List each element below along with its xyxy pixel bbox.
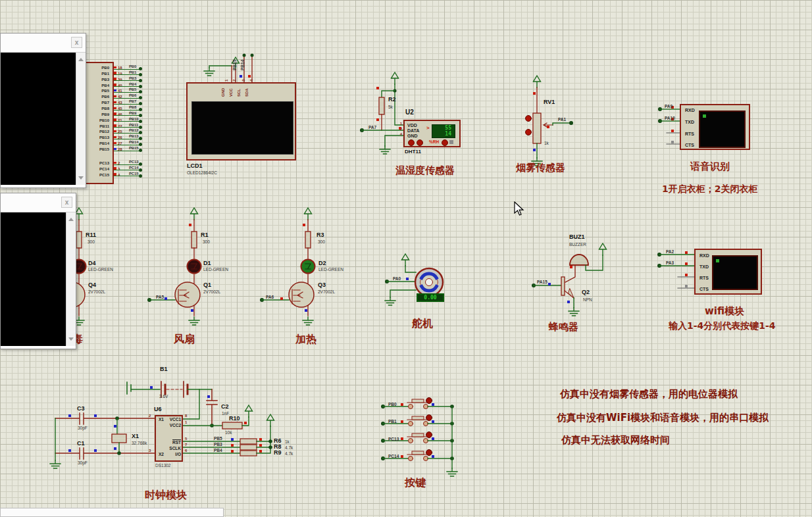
window-scrollbar[interactable] (76, 53, 86, 185)
d1-ref: D1 (203, 260, 211, 266)
pin-net-label: PB14 (129, 140, 139, 144)
smoke-ref: RV1 (544, 99, 555, 105)
r9-value: 4.7k (285, 451, 293, 456)
close-icon[interactable]: x (61, 197, 72, 208)
keys-caption: 按键 (405, 476, 426, 490)
c1-ref: C1 (77, 440, 85, 447)
pin-wire (114, 74, 141, 75)
smoke-value: 1k (544, 141, 549, 145)
pin-wire (114, 92, 141, 93)
wifi-module[interactable]: RXD TXD RTS CTS (694, 249, 762, 295)
oled-pin-gnd: GND (221, 88, 225, 97)
voice-pin-txd: TXD (685, 120, 694, 124)
pin-wire (114, 176, 141, 176)
oled-pin-num: 4 (249, 80, 253, 82)
oled-ref: LCD1 (187, 162, 203, 169)
pin-wire (114, 127, 141, 128)
pin-wire (114, 170, 141, 170)
pin-state-indicator (114, 84, 116, 86)
window-titlebar[interactable]: x (1, 34, 86, 53)
servo-net-label: PA0 (393, 276, 401, 281)
popup-window-2[interactable]: x (0, 193, 76, 349)
voice-pin-rxd: RXD (685, 108, 695, 112)
pin-net-label: PB4 (129, 82, 136, 86)
x1-value: 32.768k (132, 441, 147, 445)
pin-terminal-dot (139, 162, 142, 166)
close-icon[interactable]: x (71, 37, 82, 48)
dht11-sensor[interactable]: VDD DATA GND 55 14 > %RH (403, 120, 461, 147)
dht11-pin-gnd: GND (407, 134, 418, 138)
scroll-down-icon[interactable] (78, 176, 84, 180)
voice-screen (699, 111, 746, 148)
net-pb5: PB5 (214, 436, 222, 441)
u6-pin-rst: RST (163, 440, 181, 445)
r1-ref: R1 (201, 232, 209, 238)
pin-wire (114, 145, 141, 145)
scroll-down-icon[interactable] (68, 337, 74, 341)
pin-state-indicator (114, 112, 116, 115)
pin-net-label: PB6 (129, 93, 136, 97)
dht11-pin-num: 1 (396, 122, 402, 126)
q1-part: 2V7002L (203, 289, 220, 294)
popup-window-1[interactable]: x (0, 33, 86, 188)
ds1302-ic[interactable]: X1 X2 VCC1 VCC2 RST SCLK I/O (155, 415, 183, 462)
oled-pin-sda: SDA (245, 88, 249, 97)
dht11-pin-data: DATA (407, 128, 419, 133)
u6-pin-num: 1 (185, 420, 187, 424)
pin-wire (114, 139, 141, 139)
net-pb3: PB3 (214, 442, 222, 447)
window-scrollbar[interactable] (66, 212, 76, 346)
smoke-caption: 烟雾传感器 (516, 162, 565, 174)
dht11-display: 55 14 (432, 124, 455, 138)
pin-net-label: PB1 (129, 70, 136, 74)
pin-terminal-dot (139, 90, 142, 93)
oled-pin-num: 3 (241, 80, 245, 82)
scroll-up-icon[interactable] (68, 218, 74, 221)
buzzer-part: BUZZER (569, 242, 586, 247)
popup-window-3-edge[interactable] (0, 508, 224, 517)
pin-net-label: PB3 (129, 76, 136, 80)
dht11-adjust-dot[interactable] (408, 139, 415, 146)
u6-pin-io: I/O (163, 452, 181, 456)
q2-part: NPN (583, 297, 592, 302)
pin-wire (114, 164, 141, 165)
wifi-screen (712, 255, 758, 290)
pin-net-label: PB5 (129, 87, 136, 91)
servo-angle-display: 0.00 (417, 293, 444, 302)
pin-terminal-dot (139, 137, 142, 140)
smoke-net-label: PA1 (558, 117, 566, 122)
wifi-net-pa2: PA2 (666, 249, 674, 254)
scroll-up-icon[interactable] (78, 58, 84, 61)
key-row: PC14 (388, 454, 408, 471)
pin-terminal-dot (139, 149, 142, 152)
dht11-adjust-dot[interactable] (417, 139, 423, 146)
dht11-adjust-dot[interactable] (442, 139, 448, 146)
voice-module[interactable]: RXD TXD RTS CTS (680, 104, 750, 150)
servo-angle-value: 0.00 (418, 295, 443, 301)
dht11-rh-label: %RH (429, 139, 439, 144)
dht11-pin-vdd: VDD (407, 123, 417, 128)
key-row: PB1 (388, 419, 408, 436)
q2-ref: Q2 (582, 289, 590, 295)
note-smoke-sim: 仿真中没有烟雾传感器，用的电位器模拟 (560, 388, 738, 401)
channel-fan (147, 208, 201, 325)
window-titlebar[interactable]: x (1, 193, 76, 212)
key-net-label: PC14 (388, 454, 399, 458)
oled-pin-vcc: VCC (229, 88, 233, 97)
wifi-wiring (657, 251, 694, 288)
pin-terminal-dot (139, 120, 142, 123)
dht11-net-label: PA7 (368, 125, 376, 130)
dht11-r2-value: 5k (388, 105, 393, 109)
pin-state-indicator (114, 136, 116, 139)
dht11-ref: U2 (405, 109, 414, 116)
pin-state-indicator (114, 130, 116, 133)
pin-wire (114, 98, 141, 99)
r9-ref: R9 (274, 449, 282, 456)
d4-part: LED-GREEN (88, 267, 113, 272)
pin-wire (114, 69, 141, 70)
pin-wire (114, 133, 141, 134)
clock-caption: 时钟模块 (145, 489, 187, 503)
pin-state-indicator (114, 142, 116, 145)
proteus-schematic-canvas[interactable]: PB0 18 PB0 PB1 19 PB1 PB3 39 PB3 PB4 40 … (0, 0, 812, 517)
oled-display-module[interactable] (186, 82, 296, 160)
